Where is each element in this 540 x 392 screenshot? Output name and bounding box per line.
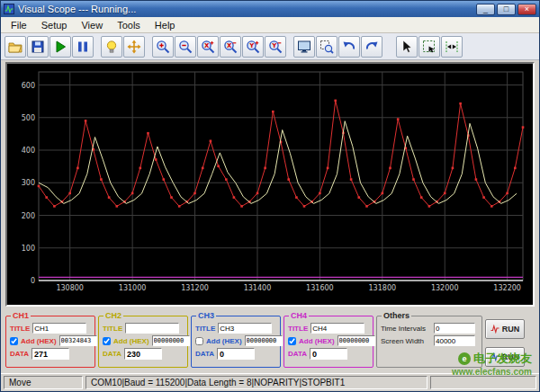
ch2-title-input[interactable] [125, 323, 179, 334]
time-intervals-input[interactable] [434, 323, 475, 334]
menu-item-file[interactable]: File [4, 18, 34, 32]
channel-group-ch4: CH4 TITLE Add (HEX) DATA 0 [284, 316, 374, 368]
channel-group-ch3: CH3 TITLE Add (HEX) DATA 0 [191, 316, 281, 368]
zoom-x-in-icon: X [201, 40, 215, 54]
ch1-title-input[interactable] [32, 323, 86, 334]
svg-text:132200: 132200 [493, 284, 521, 292]
title-label: TITLE [103, 325, 122, 333]
menu-item-help[interactable]: Help [148, 18, 183, 32]
ch4-title-input[interactable] [310, 323, 364, 334]
undo-button[interactable] [338, 36, 360, 58]
zoom-y-out-button[interactable]: Y [265, 36, 286, 58]
data-label: DATA [10, 350, 29, 358]
zoom-x-out-button[interactable]: X [220, 36, 241, 58]
ch4-data-value: 0 [310, 348, 347, 360]
menubar: File Setup View Tools Help [1, 17, 539, 33]
redo-arrow-icon [364, 40, 379, 54]
zoom-window-button[interactable] [316, 36, 338, 58]
zoom-in-button[interactable] [152, 36, 174, 58]
ch2-add-checkbox[interactable] [103, 337, 111, 345]
ch1-add-checkbox[interactable] [10, 337, 18, 345]
ch1-data-value: 271 [32, 348, 69, 360]
scope-display[interactable]: 1308001310001312001314001316001318001320… [5, 62, 535, 307]
svg-text:Y: Y [248, 42, 255, 49]
cursor-button[interactable] [396, 36, 418, 58]
pause-button[interactable] [72, 36, 94, 58]
run-button-column: RUN RUN [485, 316, 525, 367]
zoom-window-icon [320, 40, 334, 54]
measure-button[interactable] [441, 36, 463, 58]
svg-text:132000: 132000 [431, 284, 459, 292]
run-button-label: RUN [502, 352, 520, 361]
svg-text:131600: 131600 [306, 284, 334, 292]
zoom-out-icon [178, 40, 193, 54]
others-group: Others Time Intervals Screen Width [376, 316, 482, 368]
select-region-button[interactable] [418, 36, 440, 58]
ch4-add-checkbox[interactable] [288, 337, 296, 345]
add-hex-label: Add (HEX) [113, 337, 149, 345]
pan-arrows-icon [127, 40, 141, 54]
ch2-add-input[interactable] [152, 335, 190, 346]
redo-button[interactable] [361, 36, 382, 58]
channel-group-ch1: CH1 TITLE Add (HEX) DATA 271 [5, 316, 95, 368]
save-disk-icon [31, 40, 45, 54]
data-label: DATA [103, 350, 122, 358]
svg-text:X: X [227, 42, 232, 49]
play-icon [53, 40, 68, 54]
lightbulb-icon [104, 40, 119, 54]
run-waveform-icon [490, 352, 500, 361]
selection-rect-icon [422, 40, 436, 54]
pan-button[interactable] [123, 36, 145, 58]
status-mode: Move [4, 376, 83, 389]
run-button-1[interactable]: RUN [485, 319, 525, 339]
waveform-chart[interactable]: 1308001310001312001314001316001318001320… [10, 67, 530, 302]
menu-item-setup[interactable]: Setup [34, 18, 75, 32]
run-button-label: RUN [502, 325, 520, 334]
ch1-add-input[interactable] [59, 335, 97, 346]
zoom-x-in-button[interactable]: X [197, 36, 219, 58]
zoom-y-out-icon: Y [268, 40, 283, 54]
screen-width-input[interactable] [434, 335, 475, 346]
ch3-add-input[interactable] [245, 335, 283, 346]
light-button[interactable] [101, 36, 122, 58]
undo-arrow-icon [342, 40, 356, 54]
time-intervals-label: Time Intervals [381, 325, 431, 333]
zoom-in-icon [156, 40, 170, 54]
data-label: DATA [288, 350, 307, 358]
zoom-out-button[interactable] [175, 36, 196, 58]
close-button[interactable]: × [518, 4, 536, 15]
title-label: TITLE [288, 325, 308, 333]
titlebar: Visual Scope --- Running... _ □ × [1, 1, 539, 17]
run-button-2[interactable]: RUN [485, 347, 525, 367]
ch3-add-checkbox[interactable] [195, 337, 203, 345]
ch4-add-input[interactable] [338, 335, 375, 346]
maximize-button[interactable]: □ [497, 4, 516, 15]
svg-text:500: 500 [22, 114, 35, 122]
ch3-title-input[interactable] [218, 323, 272, 334]
add-hex-label: Add (HEX) [299, 337, 335, 345]
zoom-y-in-button[interactable]: Y [242, 36, 264, 58]
fit-screen-button[interactable] [293, 36, 315, 58]
measure-cursors-icon [445, 40, 459, 54]
toolbar: X X Y Y [1, 33, 539, 60]
svg-text:131400: 131400 [244, 284, 272, 292]
title-label: TITLE [195, 325, 215, 333]
menu-item-tools[interactable]: Tools [110, 18, 148, 32]
menu-item-view[interactable]: View [74, 18, 110, 32]
add-hex-label: Add (HEX) [206, 337, 242, 345]
open-folder-icon [8, 40, 22, 54]
zoom-y-in-icon: Y [246, 40, 260, 54]
svg-text:400: 400 [22, 147, 35, 155]
run-waveform-icon [490, 325, 500, 334]
svg-text:600: 600 [22, 82, 35, 90]
ch3-data-value: 0 [217, 348, 255, 360]
start-button[interactable] [50, 36, 71, 58]
channel-title: CH4 [289, 311, 309, 320]
status-extra [430, 376, 536, 389]
cursor-arrow-icon [400, 40, 414, 54]
save-button[interactable] [27, 36, 49, 58]
minimize-button[interactable]: _ [476, 4, 495, 15]
app-icon [4, 4, 14, 14]
open-file-button[interactable] [4, 36, 26, 58]
add-hex-label: Add (HEX) [21, 337, 57, 345]
